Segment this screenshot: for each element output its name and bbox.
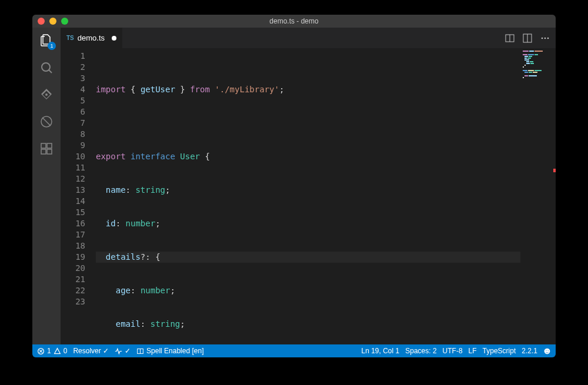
svg-rect-8 xyxy=(47,149,52,154)
editor-area: TS demo.ts 12345678910111213141516171819… xyxy=(61,28,556,344)
tab-demo-ts[interactable]: TS demo.ts xyxy=(61,28,123,48)
dirty-indicator-icon xyxy=(112,36,116,41)
status-language[interactable]: TypeScript xyxy=(483,347,516,355)
svg-rect-6 xyxy=(47,143,52,148)
line-gutter: 1234567891011121314151617181920212223 xyxy=(61,48,96,344)
svg-line-4 xyxy=(42,118,51,126)
status-bar: 1 0 Resolver ✓ ✓ Spell Enabled [en] Ln 1… xyxy=(32,344,556,357)
source-control-icon[interactable] xyxy=(38,86,55,103)
window-title: demo.ts - demo xyxy=(269,17,318,25)
traffic-lights xyxy=(32,18,68,25)
status-encoding[interactable]: UTF-8 xyxy=(443,347,463,355)
svg-point-0 xyxy=(42,63,50,71)
editor-window: demo.ts - demo 1 xyxy=(32,15,556,357)
status-version[interactable]: 2.2.1 xyxy=(522,347,537,355)
split-preview-icon[interactable] xyxy=(505,34,514,43)
status-eol[interactable]: LF xyxy=(469,347,477,355)
error-icon xyxy=(37,347,45,355)
svg-point-15 xyxy=(547,37,549,39)
minimap[interactable] xyxy=(520,48,556,344)
book-icon xyxy=(136,347,144,355)
tab-actions xyxy=(505,28,556,48)
search-icon[interactable] xyxy=(38,59,55,76)
status-spell[interactable]: Spell Enabled [en] xyxy=(136,347,203,355)
svg-point-21 xyxy=(544,348,550,354)
status-problems[interactable]: 1 0 xyxy=(37,347,67,355)
svg-point-13 xyxy=(542,37,543,39)
svg-point-22 xyxy=(546,350,546,350)
svg-point-23 xyxy=(547,350,548,350)
tab-lang-badge: TS xyxy=(66,35,74,41)
titlebar: demo.ts - demo xyxy=(32,15,556,28)
tab-filename: demo.ts xyxy=(78,34,105,42)
files-badge: 1 xyxy=(48,42,56,50)
svg-rect-7 xyxy=(41,149,46,154)
maximize-button[interactable] xyxy=(61,18,68,25)
close-button[interactable] xyxy=(38,18,45,25)
activity-bar: 1 xyxy=(32,28,61,344)
svg-line-1 xyxy=(49,70,52,73)
warning-icon xyxy=(54,347,61,355)
files-icon[interactable]: 1 xyxy=(38,32,55,49)
status-resolver[interactable]: Resolver ✓ xyxy=(73,347,109,355)
status-cursor[interactable]: Ln 19, Col 1 xyxy=(361,347,399,355)
extensions-icon[interactable] xyxy=(38,140,55,157)
code-content[interactable]: import { getUser } from './myLibrary'; e… xyxy=(96,48,520,344)
tab-bar: TS demo.ts xyxy=(61,28,556,48)
error-marker-icon[interactable] xyxy=(553,169,556,172)
debug-icon[interactable] xyxy=(38,113,55,130)
code-editor[interactable]: 1234567891011121314151617181920212223 im… xyxy=(61,48,556,344)
status-feedback-icon[interactable] xyxy=(543,347,551,355)
minimize-button[interactable] xyxy=(49,18,56,25)
status-spaces[interactable]: Spaces: 2 xyxy=(405,347,436,355)
svg-point-14 xyxy=(544,37,546,39)
status-pulse-icon[interactable]: ✓ xyxy=(115,347,131,355)
split-editor-icon[interactable] xyxy=(523,34,532,43)
svg-point-2 xyxy=(45,93,48,96)
more-icon[interactable] xyxy=(540,34,550,43)
svg-rect-5 xyxy=(41,143,46,148)
